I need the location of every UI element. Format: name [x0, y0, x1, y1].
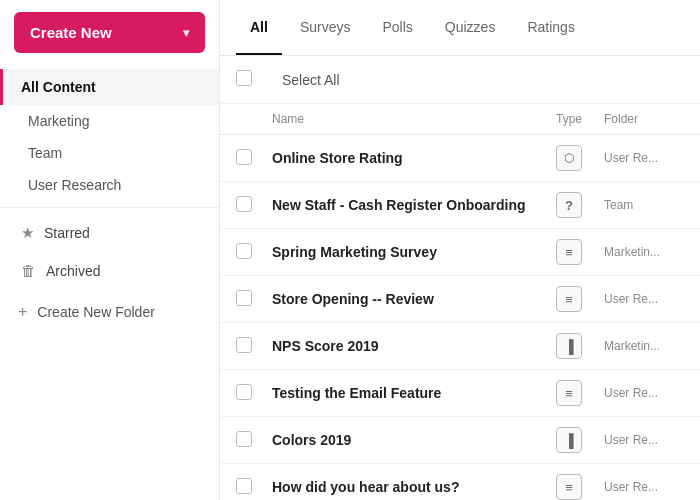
tab-surveys[interactable]: Surveys	[286, 0, 365, 55]
trash-icon: 🗑	[21, 262, 36, 279]
row-type: ?	[534, 192, 604, 218]
create-new-label: Create New	[30, 24, 112, 41]
sidebar-item-starred[interactable]: ★ Starred	[0, 214, 219, 252]
row-type: ≡	[534, 286, 604, 312]
sidebar-item-label: Team	[28, 145, 62, 161]
table-row[interactable]: New Staff - Cash Register Onboarding ? T…	[220, 182, 700, 229]
tabs-bar: All Surveys Polls Quizzes Ratings	[220, 0, 700, 56]
table-header: Name Type Folder	[220, 104, 700, 135]
row-folder: User Re...	[604, 480, 684, 494]
create-new-button[interactable]: Create New ▾	[14, 12, 205, 53]
create-folder-button[interactable]: + Create New Folder	[0, 293, 219, 331]
select-all-checkbox-col	[236, 70, 272, 89]
sidebar: Create New ▾ All Content Marketing Team …	[0, 0, 220, 500]
type-icon-survey: ≡	[556, 286, 582, 312]
row-name: Testing the Email Feature	[272, 385, 534, 401]
sidebar-item-label: Marketing	[28, 113, 89, 129]
sidebar-item-all-content[interactable]: All Content	[0, 69, 219, 105]
sidebar-item-archived[interactable]: 🗑 Archived	[0, 252, 219, 289]
row-checkbox[interactable]	[236, 431, 252, 447]
tab-quizzes[interactable]: Quizzes	[431, 0, 510, 55]
row-folder: Marketin...	[604, 339, 684, 353]
tab-polls[interactable]: Polls	[368, 0, 426, 55]
row-folder: User Re...	[604, 433, 684, 447]
create-folder-label: Create New Folder	[37, 304, 155, 320]
row-type: ≡	[534, 380, 604, 406]
header-name: Name	[272, 112, 534, 126]
type-icon-rating: ⬡	[556, 145, 582, 171]
sidebar-divider	[0, 207, 219, 208]
row-checkbox[interactable]	[236, 196, 252, 212]
row-name: Online Store Rating	[272, 150, 534, 166]
table-row[interactable]: Online Store Rating ⬡ User Re...	[220, 135, 700, 182]
type-icon-chart: ▐	[556, 427, 582, 453]
row-name: Store Opening -- Review	[272, 291, 534, 307]
tab-label: Polls	[382, 19, 412, 35]
select-all-label[interactable]: Select All	[282, 72, 340, 88]
row-checkbox[interactable]	[236, 149, 252, 165]
row-checkbox[interactable]	[236, 290, 252, 306]
table-row[interactable]: How did you hear about us? ≡ User Re...	[220, 464, 700, 500]
sidebar-item-label: Starred	[44, 225, 90, 241]
type-icon-survey: ≡	[556, 239, 582, 265]
table-row[interactable]: NPS Score 2019 ▐ Marketin...	[220, 323, 700, 370]
sidebar-item-user-research[interactable]: User Research	[0, 169, 219, 201]
type-icon-survey: ≡	[556, 380, 582, 406]
row-name: How did you hear about us?	[272, 479, 534, 495]
row-checkbox[interactable]	[236, 243, 252, 259]
tab-label: Quizzes	[445, 19, 496, 35]
row-checkbox[interactable]	[236, 478, 252, 494]
tab-ratings[interactable]: Ratings	[513, 0, 588, 55]
table-row[interactable]: Store Opening -- Review ≡ User Re...	[220, 276, 700, 323]
row-type: ▐	[534, 333, 604, 359]
row-folder: User Re...	[604, 386, 684, 400]
row-type: ≡	[534, 474, 604, 500]
tab-label: Ratings	[527, 19, 574, 35]
row-type: ⬡	[534, 145, 604, 171]
table-row[interactable]: Colors 2019 ▐ User Re...	[220, 417, 700, 464]
content-area: Select All Name Type Folder Online Store…	[220, 56, 700, 500]
row-checkbox[interactable]	[236, 337, 252, 353]
row-checkbox[interactable]	[236, 384, 252, 400]
tab-label: Surveys	[300, 19, 351, 35]
sidebar-item-label: User Research	[28, 177, 121, 193]
select-all-row[interactable]: Select All	[220, 56, 700, 104]
star-icon: ★	[21, 224, 34, 242]
chevron-down-icon: ▾	[183, 26, 189, 40]
row-name: New Staff - Cash Register Onboarding	[272, 197, 534, 213]
sidebar-item-label: Archived	[46, 263, 100, 279]
row-name: Colors 2019	[272, 432, 534, 448]
header-type: Type	[534, 112, 604, 126]
table-row[interactable]: Testing the Email Feature ≡ User Re...	[220, 370, 700, 417]
select-all-checkbox[interactable]	[236, 70, 252, 86]
row-folder: Team	[604, 198, 684, 212]
tab-all[interactable]: All	[236, 0, 282, 55]
sidebar-item-team[interactable]: Team	[0, 137, 219, 169]
header-folder: Folder	[604, 112, 684, 126]
row-type: ▐	[534, 427, 604, 453]
main-content: All Surveys Polls Quizzes Ratings Select…	[220, 0, 700, 500]
row-type: ≡	[534, 239, 604, 265]
table-body: Online Store Rating ⬡ User Re... New Sta…	[220, 135, 700, 500]
table-row[interactable]: Spring Marketing Survey ≡ Marketin...	[220, 229, 700, 276]
row-folder: User Re...	[604, 292, 684, 306]
sidebar-item-marketing[interactable]: Marketing	[0, 105, 219, 137]
type-icon-quiz: ?	[556, 192, 582, 218]
sidebar-item-label: All Content	[21, 79, 96, 95]
sidebar-nav: All Content Marketing Team User Research	[0, 69, 219, 201]
row-name: Spring Marketing Survey	[272, 244, 534, 260]
row-folder: User Re...	[604, 151, 684, 165]
row-name: NPS Score 2019	[272, 338, 534, 354]
type-icon-survey: ≡	[556, 474, 582, 500]
plus-icon: +	[18, 303, 27, 321]
tab-label: All	[250, 19, 268, 35]
row-folder: Marketin...	[604, 245, 684, 259]
type-icon-chart: ▐	[556, 333, 582, 359]
